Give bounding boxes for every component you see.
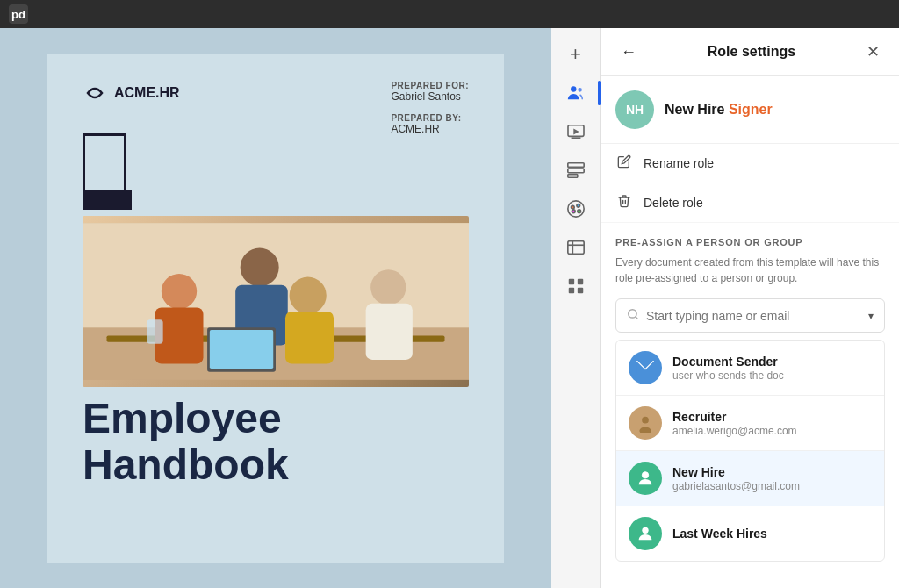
- prepared-by-value: ACME.HR: [391, 123, 469, 135]
- sidebar-design-button[interactable]: [558, 191, 593, 226]
- delete-label: Delete role: [644, 196, 703, 210]
- svg-point-24: [567, 201, 583, 217]
- assignee-item-recruiter[interactable]: Recruiter amelia.werigo@acme.com: [616, 396, 884, 451]
- search-box[interactable]: ▾: [615, 298, 885, 333]
- svg-rect-35: [577, 288, 582, 293]
- company-name: ACME.HR: [114, 85, 180, 101]
- svg-point-7: [241, 248, 279, 287]
- sidebar-pricing-button[interactable]: [558, 230, 593, 265]
- main-layout: ACME.HR PREPARED FOR: Gabriel Santos PRE…: [0, 0, 899, 588]
- last-week-name: Last Week Hires: [672, 527, 872, 541]
- pre-assign-desc: Every document created from this templat…: [615, 255, 885, 286]
- search-input[interactable]: [646, 309, 861, 323]
- prepared-for-label: PREPARED FOR:: [391, 81, 469, 90]
- sidebar-apps-button[interactable]: [558, 269, 593, 304]
- top-bar: pd: [0, 0, 899, 28]
- panel-header: ← Role settings ✕: [601, 28, 899, 76]
- new-hire-group-icon: [636, 469, 655, 488]
- panel-close-button[interactable]: ✕: [861, 40, 885, 63]
- people-illustration: [83, 216, 469, 387]
- sidebar-users-button[interactable]: [558, 75, 593, 111]
- pre-assign-title: PRE-ASSIGN A PERSON OR GROUP: [615, 237, 885, 247]
- recruiter-info: Recruiter amelia.werigo@acme.com: [672, 410, 872, 437]
- svg-point-9: [290, 277, 327, 314]
- svg-rect-29: [567, 241, 583, 255]
- panel-title: Role settings: [708, 44, 795, 60]
- recruiter-photo: [636, 413, 655, 433]
- design-icon: [566, 199, 586, 219]
- assignee-item-last-week[interactable]: Last Week Hires: [616, 506, 884, 561]
- delete-role-item[interactable]: Delete role: [601, 183, 899, 223]
- svg-point-25: [571, 205, 574, 209]
- svg-marker-19: [573, 128, 579, 134]
- dropdown-arrow-icon: ▾: [868, 310, 874, 322]
- last-week-group-icon: [636, 524, 655, 543]
- doc-sender-avatar: [629, 351, 662, 384]
- role-name: New Hire: [665, 102, 724, 117]
- prepared-by-label: PREPARED BY:: [391, 113, 469, 123]
- svg-point-16: [571, 86, 576, 91]
- sidebar-fields-button[interactable]: [558, 153, 593, 188]
- svg-point-27: [577, 210, 580, 213]
- apps-icon: [566, 276, 586, 296]
- new-hire-info: New Hire gabrielasantos@gmail.com: [672, 465, 872, 492]
- svg-rect-34: [568, 288, 573, 293]
- svg-point-44: [642, 527, 648, 534]
- delete-icon: [615, 194, 633, 212]
- role-settings-panel: ← Role settings ✕ NH New Hire Signer Ren…: [601, 28, 899, 588]
- sidebar-add-button[interactable]: +: [558, 37, 593, 72]
- bookmark-icon: [83, 133, 126, 190]
- sidebar-icons: +: [551, 28, 601, 588]
- recruiter-sub: amelia.werigo@acme.com: [672, 425, 872, 437]
- svg-text:pd: pd: [11, 8, 25, 21]
- assignee-list: Document Sender user who sends the doc: [615, 340, 885, 562]
- svg-rect-14: [210, 330, 273, 369]
- doc-title: Employee Handbook: [83, 396, 469, 489]
- last-week-avatar: [629, 517, 662, 550]
- svg-point-11: [370, 269, 406, 305]
- svg-rect-32: [568, 279, 573, 284]
- sidebar-media-button[interactable]: [558, 114, 593, 149]
- svg-rect-22: [567, 169, 583, 173]
- rename-icon: [615, 154, 633, 172]
- doc-sender-name: Document Sender: [672, 355, 872, 369]
- svg-rect-21: [567, 163, 583, 168]
- assignee-item-new-hire[interactable]: New Hire gabrielasantos@gmail.com: [616, 451, 884, 506]
- panel-back-button[interactable]: ←: [615, 41, 642, 63]
- document-preview: ACME.HR PREPARED FOR: Gabriel Santos PRE…: [0, 28, 551, 588]
- svg-rect-10: [285, 312, 334, 364]
- fields-icon: [566, 161, 586, 180]
- svg-rect-12: [366, 304, 413, 360]
- assignee-item-doc-sender[interactable]: Document Sender user who sends the doc: [616, 341, 884, 396]
- company-logo: ACME.HR: [83, 81, 180, 105]
- svg-rect-33: [577, 279, 582, 284]
- last-week-info: Last Week Hires: [672, 527, 872, 541]
- rename-role-item[interactable]: Rename role: [601, 144, 899, 183]
- pd-logo-icon: pd: [9, 4, 28, 24]
- svg-point-26: [576, 204, 579, 208]
- pricing-icon: [566, 238, 586, 257]
- doc-sender-info: Document Sender user who sends the doc: [672, 355, 872, 382]
- svg-line-37: [636, 317, 638, 319]
- svg-rect-15: [147, 319, 162, 344]
- role-badge-row: NH New Hire Signer: [601, 76, 899, 144]
- svg-rect-23: [567, 175, 577, 178]
- svg-point-5: [162, 274, 197, 309]
- users-icon: [566, 83, 586, 103]
- role-name-group: New Hire Signer: [665, 102, 773, 118]
- new-hire-avatar: [629, 462, 662, 495]
- new-hire-name: New Hire: [672, 465, 872, 479]
- rename-label: Rename role: [644, 156, 714, 170]
- doc-header: ACME.HR PREPARED FOR: Gabriel Santos PRE…: [83, 81, 469, 146]
- svg-point-40: [642, 417, 649, 424]
- document-image: [83, 216, 469, 387]
- doc-sender-sub: user who sends the doc: [672, 369, 872, 382]
- doc-meta: PREPARED FOR: Gabriel Santos PREPARED BY…: [391, 81, 469, 146]
- media-icon: [566, 124, 586, 140]
- role-avatar: NH: [615, 90, 654, 129]
- new-hire-sub: gabrielasantos@gmail.com: [672, 480, 872, 492]
- svg-point-17: [578, 88, 582, 92]
- search-icon: [627, 308, 639, 323]
- pre-assign-section: PRE-ASSIGN A PERSON OR GROUP Every docum…: [601, 223, 899, 576]
- svg-point-36: [629, 310, 636, 318]
